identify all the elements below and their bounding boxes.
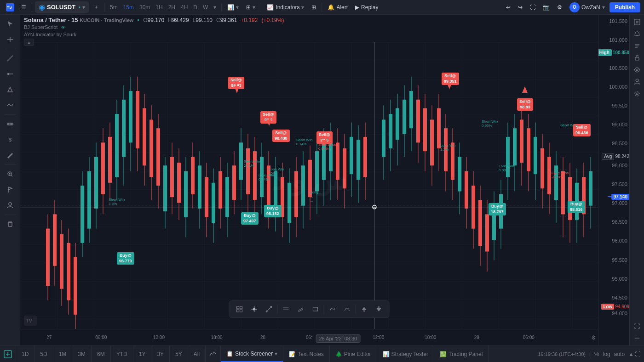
person-tool[interactable] [3,198,17,213]
ft-crosshair-tool[interactable] [248,303,261,316]
ft-hline-tool[interactable] [280,303,293,316]
svg-rect-217 [635,57,639,60]
avg-price-tag: Avg 98.242 [602,153,629,160]
redo-button[interactable]: ↪ [515,3,525,11]
tf-4h[interactable]: 4H [178,3,190,11]
bb-stock-screener[interactable]: 📋 Stock Screener ▾ [221,346,283,362]
menu-button[interactable]: ☰ [18,3,29,11]
ft-grid-tool[interactable] [233,303,246,316]
bb-strategy-tester[interactable]: 📊 Strategy Tester [377,346,434,362]
hline-tool[interactable] [3,67,17,81]
rt-profile[interactable] [632,76,643,87]
svg-rect-165 [547,157,551,194]
replay-button[interactable]: ▶ Replay [352,3,381,11]
ft-path-tool[interactable] [326,303,339,316]
bb-3m[interactable]: 3M [72,346,92,362]
svg-rect-101 [315,151,319,191]
cursor-tool[interactable] [3,17,17,31]
bb-5y[interactable]: 5Y [170,346,188,362]
tf-2h[interactable]: 2H [166,3,178,11]
rt-settings[interactable] [632,88,643,99]
bb-compare[interactable] [206,346,221,362]
symbol-status-dot: ● [78,5,80,9]
bb-all[interactable]: All [188,346,206,362]
drawing-type-button[interactable]: ⊞ ▾ [243,3,258,11]
tf-15m[interactable]: 15m [121,3,136,11]
price-chart[interactable] [20,42,598,329]
dollar-tool[interactable]: $ [3,132,17,147]
price-94000: 94.000 [612,311,627,316]
rt-alert[interactable] [632,28,643,40]
svg-line-14 [11,175,12,176]
svg-point-18 [9,203,12,205]
sell-signal-3: Sell@98.488 [272,130,290,142]
measure-tool[interactable] [3,117,17,131]
svg-rect-191 [240,306,242,309]
snapshot-button[interactable]: 📷 [540,3,552,11]
bb-1d[interactable]: 1D [16,346,34,362]
bb-trading-panel[interactable]: 💹 Trading Panel [434,346,489,362]
alert-button[interactable]: 🔔 Alert [325,3,351,11]
bb-text-notes[interactable]: 📝 Text Notes [283,346,330,362]
bb-5d[interactable]: 5D [34,346,53,362]
ft-arrow-up-tool[interactable] [358,303,371,316]
svg-rect-25 [53,214,57,266]
bb-add-indicator[interactable] [0,346,16,362]
line-draw-tool[interactable] [3,51,17,66]
bb-ytd[interactable]: YTD [111,346,133,362]
bb-percent[interactable]: % [594,351,599,357]
user-menu[interactable]: O OwZaN ▾ [567,1,608,13]
rt-lock[interactable] [632,52,643,63]
undo-button[interactable]: ↩ [503,3,513,11]
templates-button[interactable]: ⊞ [309,3,319,11]
rt-eye[interactable] [632,64,643,75]
rt-watchlist[interactable] [632,17,643,28]
ft-arrow-down-tool[interactable] [373,303,385,316]
tf-w[interactable]: W [201,3,210,11]
rt-collapse[interactable] [632,333,643,344]
time-axis-settings[interactable]: ⚙ [591,334,596,341]
ft-curve-tool[interactable] [341,303,354,316]
tf-5m[interactable]: 5m [108,3,120,11]
bb-log[interactable]: log [603,351,610,357]
rt-expand[interactable] [632,321,643,332]
symbol-selector[interactable]: ◉ SOLUSDT ● ▾ [35,1,89,13]
add-symbol-button[interactable]: ＋ [91,2,102,12]
svg-rect-59 [170,157,174,197]
settings-button[interactable]: ⚙ [554,3,565,11]
bb-pine-editor[interactable]: 🌲 Pine Editor [330,346,377,362]
pen-tool[interactable] [3,148,17,163]
time-label-current: 28 Apr '22 08:30 [316,334,360,343]
indicator1-eye[interactable]: 👁 [61,25,65,30]
trash-tool[interactable] [3,217,17,232]
bb-chevron-up[interactable]: ▲ [628,351,634,357]
prediction-tool[interactable] [3,98,17,113]
bb-6m[interactable]: 6M [92,346,111,362]
indicators-button[interactable]: 📈 Indicators ▾ [264,3,307,11]
tf-d[interactable]: D [191,3,200,11]
ft-channel-tool[interactable] [294,303,307,316]
publish-button[interactable]: Publish [610,2,640,12]
maximize-button[interactable]: ⛶ [527,3,538,11]
chart-area[interactable]: Solana / Tether · 15 KUCOIN · TradingVie… [20,15,598,345]
pine-icon: 🌲 [335,351,342,357]
svg-rect-79 [239,142,243,180]
tf-more[interactable]: ▾ [211,3,218,11]
chart-type-button[interactable]: 📊 ▾ [224,3,242,11]
ft-rect-tool[interactable] [309,303,322,316]
tf-30m[interactable]: 30m [137,3,152,11]
crosshair-tool[interactable] [3,32,17,47]
bb-1m[interactable]: 1M [53,346,73,362]
rt-order[interactable] [632,40,643,51]
strategy-label: Strategy Tester [391,351,428,357]
scroll-up-button[interactable]: ▲ [24,39,34,46]
zoom-tool[interactable] [3,167,17,181]
ft-line-tool[interactable] [263,303,276,316]
bb-auto[interactable]: auto [614,351,625,357]
bb-1y[interactable]: 1Y [133,346,152,362]
tf-1h[interactable]: 1H [153,3,165,11]
bb-3y[interactable]: 3Y [151,346,170,362]
flag-tool[interactable] [3,182,17,197]
bb-expand-panel[interactable]: ⛶ [635,351,640,357]
geo-shape-tool[interactable] [3,82,17,97]
